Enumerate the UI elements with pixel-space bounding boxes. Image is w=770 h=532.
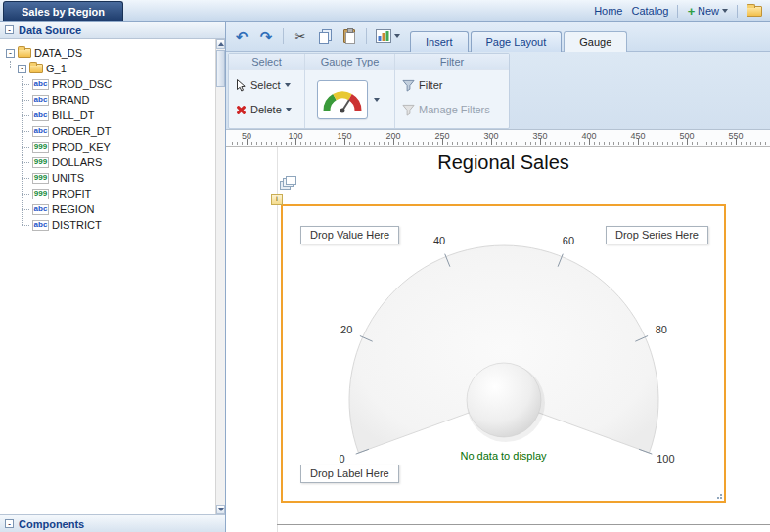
tree-node-label: G_1 [46,63,67,74]
collapse-icon[interactable]: - [5,25,14,34]
tree-node-data-ds[interactable]: - DATA_DS [0,45,225,61]
field-type-icon: 999 [32,157,49,168]
new-button[interactable]: + New [687,5,728,17]
select-button[interactable]: Select [233,74,300,96]
component-move-handle[interactable]: + [271,194,283,205]
field-label: REGION [52,203,94,215]
tree-connector [22,115,29,116]
drop-label-zone[interactable]: Drop Label Here [300,465,399,483]
tree-field-profit[interactable]: 999 PROFIT [0,186,225,201]
tree-connector-line [22,76,23,225]
tree-field-dollars[interactable]: 999 DOLLARS [0,155,225,170]
ribbon-groups: Select Select Delete [228,53,510,129]
components-panel-title: Components [19,518,84,530]
chevron-down-icon [394,34,400,38]
svg-text:60: 60 [563,235,574,246]
field-type-icon: abc [32,220,49,231]
cursor-icon [236,79,247,92]
tree-field-brand[interactable]: abc BRAND [0,92,225,108]
layout-stack-icon[interactable] [280,176,297,191]
editor-content: ↶ ↷ ✂ Insert Page Layout Gauge [226,22,770,532]
tree-field-bill-dt[interactable]: abc BILL_DT [0,108,225,123]
delete-x-icon [236,105,247,115]
home-link[interactable]: Home [594,5,622,17]
tree-connector [22,225,29,226]
gauge-type-dropdown[interactable] [370,80,383,119]
gauge-type-group: Gauge Type [305,54,395,128]
field-type-icon: abc [32,95,49,106]
separator [737,5,738,18]
field-label: PROD_DSC [52,78,112,90]
tab-page-layout[interactable]: Page Layout [471,31,563,52]
chevron-down-icon [286,108,292,111]
tree-connector [22,178,29,179]
expand-icon[interactable]: - [5,519,14,528]
tree-field-order-dt[interactable]: abc ORDER_DT [0,123,225,139]
field-type-icon: 999 [32,189,49,200]
field-label: BRAND [52,94,90,106]
data-source-panel-title: Data Source [19,24,81,36]
tree-connector [22,84,29,85]
design-canvas[interactable]: Regional Sales + [226,147,770,532]
chevron-down-icon [285,83,291,87]
manage-filters-button[interactable]: Manage Filters [399,99,505,120]
data-source-panel-header[interactable]: - Data Source [0,22,225,39]
undo-button[interactable]: ↶ [232,25,251,47]
drop-value-zone[interactable]: Drop Value Here [300,226,399,244]
group-title-gauge-type: Gauge Type [305,54,394,70]
cut-button[interactable]: ✂ [291,25,310,47]
components-panel-header[interactable]: - Components [0,514,225,532]
tab-gauge[interactable]: Gauge [564,31,627,52]
tab-insert[interactable]: Insert [410,31,469,52]
field-label: ORDER_DT [52,125,112,137]
collapse-toggle-icon[interactable]: - [18,65,26,73]
scroll-up-button[interactable] [216,39,225,49]
tree-node-g-1[interactable]: - G_1 [0,61,225,76]
copy-button[interactable] [315,25,335,47]
ruler-ticks: 50100150200250300350400450500550 [226,130,770,146]
redo-button[interactable]: ↷ [256,25,276,47]
tree-field-region[interactable]: abc REGION [0,201,225,217]
scroll-down-button[interactable] [216,505,225,514]
field-type-icon: abc [32,79,49,90]
filter-group: Filter Filter Manage Filters [395,54,509,128]
quick-toolbar: ↶ ↷ ✂ [232,24,402,48]
tree-scrollbar[interactable] [215,39,225,514]
insert-chart-button[interactable] [374,25,402,47]
scroll-thumb[interactable] [216,50,225,87]
document-tab-sales-by-region[interactable]: Sales by Region [3,1,123,21]
catalog-link[interactable]: Catalog [631,5,668,17]
new-button-label: New [698,5,719,17]
gauge-type-button[interactable] [317,80,368,119]
sidebar: - Data Source - DATA_DS - G_1 ab [0,22,226,532]
resize-grip[interactable] [714,491,723,500]
field-label: PROFIT [52,188,91,200]
field-label: PROD_KEY [52,141,111,153]
paste-button[interactable] [340,25,359,47]
ribbon: Select Select Delete [226,51,770,130]
delete-button[interactable]: Delete [233,99,300,120]
separator [677,5,678,18]
tree-connector [22,194,29,195]
tree-field-district[interactable]: abc DISTRICT [0,217,225,233]
tree-field-prod-dsc[interactable]: abc PROD_DSC [0,76,225,92]
gauge-component[interactable]: 020406080100 Drop Value Here Drop Series… [281,204,726,503]
command-bar: ↶ ↷ ✂ Insert Page Layout Gauge [226,22,770,51]
data-source-tree: - DATA_DS - G_1 abc PROD_DSC abc [0,39,225,514]
collapse-toggle-icon[interactable]: - [6,49,15,58]
top-bar: Sales by Region Home Catalog + New [0,0,770,22]
tree-field-units[interactable]: 999 UNITS [0,170,225,186]
report-title[interactable]: Regional Sales [281,152,726,174]
open-button[interactable] [747,3,762,19]
chevron-down-icon [374,98,380,102]
tree-connector [22,162,29,163]
group-title-filter: Filter [395,54,509,70]
select-button-label: Select [250,79,281,91]
folder-icon [18,48,31,58]
tree-connector [22,147,29,148]
drop-series-zone[interactable]: Drop Series Here [606,226,708,244]
tree-field-prod-key[interactable]: 999 PROD_KEY [0,139,225,155]
open-folder-icon [747,6,762,17]
filter-button[interactable]: Filter [399,74,505,96]
field-label: UNITS [52,172,84,184]
